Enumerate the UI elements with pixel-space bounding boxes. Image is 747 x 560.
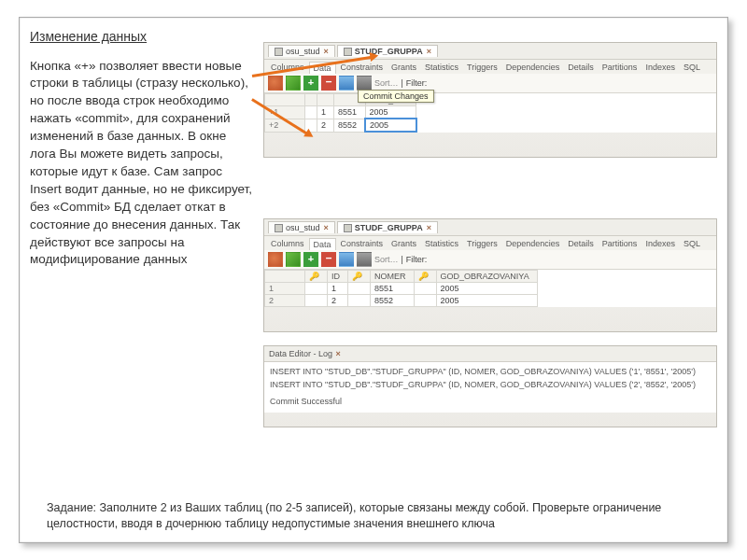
rollback-button[interactable]	[357, 76, 372, 91]
table-row: 2285522005	[265, 295, 538, 307]
filter-label: Filter:	[406, 78, 428, 88]
sql-editor-panel-committed: osu_stud× STUDF_GRUPPA× Columns Data Con…	[263, 218, 717, 332]
close-icon[interactable]: ×	[324, 47, 329, 56]
file-tab-studf-gruppa[interactable]: STUDF_GRUPPA×	[337, 221, 438, 233]
sort-link[interactable]: Sort…	[374, 255, 399, 264]
log-title: Data Editor - Log	[269, 349, 332, 358]
refresh-button[interactable]	[286, 76, 301, 91]
data-grid-editing[interactable]: GOD_O… +1185512005 +2285522005	[264, 93, 716, 133]
file-tab-studf-gruppa[interactable]: STUDF_GRUPPA×	[337, 45, 438, 57]
data-toolbar: Sort… | Filter:	[264, 250, 716, 270]
slide-title: Изменение данных	[30, 28, 254, 47]
data-editor-log-panel: Data Editor - Log × INSERT INTO "STUD_DB…	[263, 345, 717, 427]
object-subtabs: Columns Data Constraints Grants Statisti…	[264, 236, 716, 250]
close-icon[interactable]: ×	[427, 47, 431, 56]
commit-tooltip: Commit Changes	[358, 90, 434, 103]
data-toolbar: Sort… | Filter: Commit Changes	[264, 74, 716, 93]
pin-button[interactable]	[268, 252, 283, 267]
delete-row-button[interactable]	[321, 76, 336, 91]
file-tab-osu-stud[interactable]: osu_stud×	[268, 221, 335, 233]
insert-row-button[interactable]	[303, 252, 318, 267]
file-tab-bar: osu_stud× STUDF_GRUPPA×	[264, 219, 716, 236]
pin-button[interactable]	[268, 76, 283, 91]
commit-button[interactable]	[339, 76, 354, 91]
insert-row-button[interactable]	[303, 76, 318, 91]
file-tab-bar: osu_stud× STUDF_GRUPPA×	[264, 43, 716, 60]
filter-label: Filter:	[406, 255, 428, 264]
log-body: INSERT INTO "STUD_DB"."STUDF_GRUPPA" (ID…	[264, 362, 716, 413]
sort-link[interactable]: Sort…	[374, 78, 399, 88]
table-icon	[344, 224, 352, 232]
data-grid-committed[interactable]: 🔑ID🔑NOMER🔑GOD_OBRAZOVANIYA 1185512005 22…	[264, 270, 716, 307]
table-icon	[344, 48, 352, 56]
table-row: +1185512005	[265, 106, 416, 119]
refresh-button[interactable]	[286, 252, 301, 267]
file-tab-osu-stud[interactable]: osu_stud×	[268, 45, 335, 57]
commit-button[interactable]	[339, 252, 354, 267]
close-icon[interactable]: ×	[427, 223, 431, 232]
explanation-text: Изменение данных Кнопка «+» позволяет вв…	[30, 28, 254, 269]
editing-cell[interactable]: 2005	[365, 119, 416, 132]
sql-editor-panel-editing: osu_stud× STUDF_GRUPPA× Columns Data Con…	[263, 42, 717, 158]
assignment-text: Задание: Заполните 2 из Ваших таблиц (по…	[47, 500, 700, 532]
table-icon	[275, 224, 283, 232]
slide-body: Кнопка «+» позволяет ввести новые строки…	[30, 58, 254, 270]
table-icon	[275, 48, 283, 56]
close-icon[interactable]: ×	[336, 349, 341, 358]
close-icon[interactable]: ×	[324, 223, 329, 232]
rollback-button[interactable]	[357, 252, 372, 267]
delete-row-button[interactable]	[321, 252, 336, 267]
table-row: 1185512005	[265, 283, 538, 295]
